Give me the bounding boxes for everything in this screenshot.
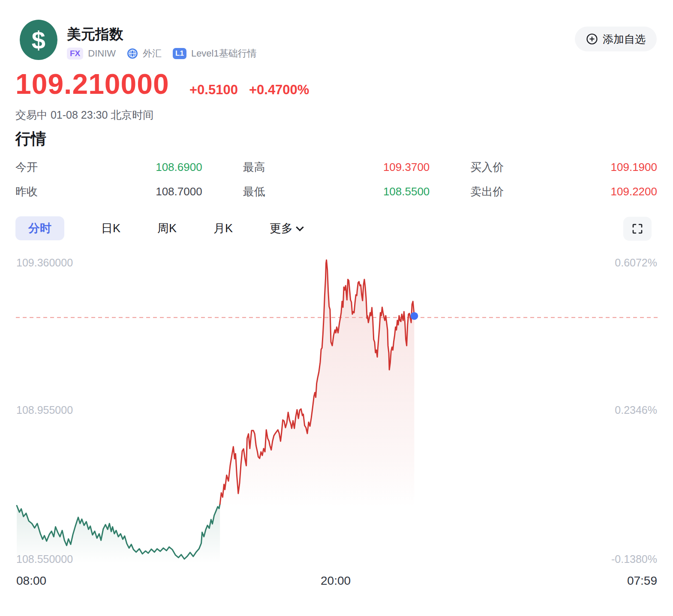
stat-open: 今开 108.6900: [15, 158, 202, 176]
fx-badge: FX: [67, 48, 83, 60]
tab-daily-k[interactable]: 日K: [101, 221, 120, 236]
tab-more[interactable]: 更多: [270, 221, 303, 236]
y-axis-label-mid: 108.955000: [16, 404, 73, 416]
dollar-icon: $: [32, 26, 45, 54]
last-price: 109.210000: [15, 68, 169, 100]
price-chart[interactable]: [16, 257, 658, 576]
x-axis-label-mid: 20:00: [321, 574, 351, 588]
tab-minute[interactable]: 分时: [15, 216, 64, 240]
symbol-tags: FX DINIW 外汇 L1 Level1基础行情: [67, 47, 257, 60]
stat-ask: 卖出价 109.2200: [470, 183, 657, 200]
stat-prev-close: 昨收 108.7000: [15, 183, 202, 200]
pct-axis-label-bottom: -0.1380%: [611, 553, 657, 565]
level-badge: L1: [173, 48, 186, 59]
circle-plus-icon: [586, 33, 598, 45]
y-axis-label-top: 109.360000: [16, 257, 73, 268]
page-title: 美元指数: [67, 25, 123, 44]
section-title: 行情: [15, 129, 46, 150]
market-label: 外汇: [143, 47, 162, 60]
symbol-code: DINIW: [88, 48, 116, 59]
minute-chart-svg: [16, 257, 658, 576]
chevron-down-icon: [296, 223, 303, 231]
globe-icon: [127, 48, 138, 59]
tab-monthly-k[interactable]: 月K: [213, 221, 233, 236]
level-label: Level1基础行情: [191, 47, 257, 60]
pct-axis-label-top: 0.6072%: [615, 257, 657, 268]
chart-tabs: 分时 日K 周K 月K 更多: [15, 216, 303, 241]
add-watchlist-button[interactable]: 添加自选: [575, 27, 657, 51]
quote-page: $ 美元指数 FX DINIW 外汇 L1 Level1基础行情 添加自选 10…: [0, 0, 673, 616]
last-price-dot: [410, 312, 418, 320]
x-axis-label-end: 07:59: [627, 574, 657, 588]
pct-axis-label-mid: 0.2346%: [615, 404, 657, 416]
quote-stats: 今开 108.6900 最高 109.3700 买入价 109.1900 昨收 …: [15, 158, 657, 200]
y-axis-label-bottom: 108.550000: [16, 553, 73, 565]
price-change-pct: +0.4700%: [249, 82, 309, 98]
trading-status: 交易中 01-08 23:30 北京时间: [15, 108, 153, 122]
stat-low: 最低 108.5500: [243, 183, 430, 200]
add-watchlist-label: 添加自选: [603, 32, 646, 46]
fullscreen-button[interactable]: [623, 217, 652, 241]
price-change: +0.5100: [189, 82, 238, 98]
stat-bid: 买入价 109.1900: [470, 158, 657, 176]
x-axis-label-start: 08:00: [16, 574, 46, 588]
tab-weekly-k[interactable]: 周K: [157, 221, 177, 236]
corner-brackets-icon: [631, 223, 643, 235]
price-changes: +0.5100 +0.4700%: [189, 82, 309, 98]
stat-high: 最高 109.3700: [243, 158, 430, 176]
symbol-logo: $: [20, 20, 57, 60]
